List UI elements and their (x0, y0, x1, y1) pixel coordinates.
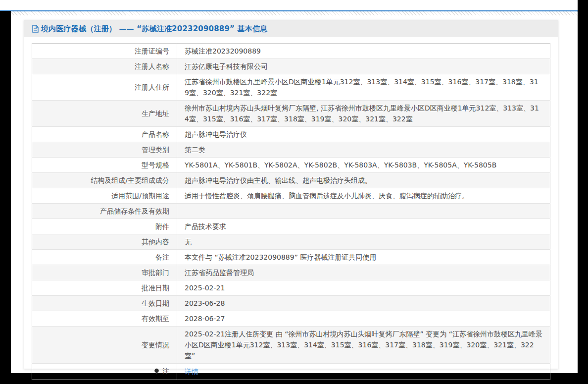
row-label: 产品名称 (142, 130, 169, 138)
page-title: 境内医疗器械（注册） —— “苏械注准20232090889” 基本信息 (41, 24, 267, 34)
row-value: 适用于慢性盆腔炎、颈肩腰腿痛、脑血管病后遗症及小儿肺炎、厌食、腹泻病症的辅助治疗… (185, 192, 469, 200)
row-value: 产品技术要求 (185, 222, 226, 230)
left-black-bar (0, 11, 11, 384)
row-label: 型号规格 (142, 161, 169, 169)
table-row: 批准日期 2025-02-21 (32, 280, 550, 296)
table-row: 附件 产品技术要求 (32, 219, 550, 234)
table-row: 型号规格 YK-5801A、YK-5801B、YK-5802A、YK-5802B… (32, 158, 550, 173)
row-value: 2023-06-28 (185, 299, 225, 307)
row-label: 管理类别 (142, 146, 169, 154)
row-label: 注册证编号 (135, 47, 169, 55)
row-value: 2028-06-27 (185, 315, 225, 323)
info-table-body: 注册证编号 苏械注准20232090889 注册人名称 江苏亿康电子科技有限公司… (32, 44, 550, 380)
table-row: 结构及组成/主要组成成分 超声脉冲电导治疗仪由主机、输出线、超声电极治疗头组成。 (32, 173, 550, 188)
bulb-icon (154, 367, 159, 378)
row-label: 其他内容 (142, 238, 169, 246)
row-value: 第二类 (185, 146, 205, 154)
table-row: 有效期至 2028-06-27 (32, 311, 550, 327)
table-row: 管理类别 第二类 (32, 142, 550, 158)
row-label: 结构及组成/主要组成成分 (91, 176, 169, 184)
row-value: 徐州市苏山村境内苏山头烟叶复烤厂东隔壁, 江苏省徐州市鼓楼区九里峰景小区D区商业… (185, 104, 539, 123)
row-label: 适用范围/预期用途 (111, 192, 169, 200)
row-value: YK-5801A、YK-5801B、YK-5802A、YK-5802B、YK-5… (185, 161, 496, 169)
row-value: 苏械注准20232090889 (185, 47, 261, 55)
row-label: 备注 (155, 253, 169, 261)
row-label: 注册人住所 (135, 83, 169, 91)
row-value: 江苏省徐州市鼓楼区九里峰景小区D区商业楼1单元312室、313室、314室、31… (185, 78, 539, 97)
row-label: 审批部门 (142, 269, 169, 276)
table-row: 审批部门 江苏省药品监督管理局 (32, 265, 550, 280)
table-row: 注册人名称 江苏亿康电子科技有限公司 (32, 59, 550, 74)
row-label: 注 (162, 367, 169, 375)
page-title-bar: 境内医疗器械（注册） —— “苏械注准20232090889” 基本信息 (24, 20, 558, 37)
table-row: 其他内容 无 (32, 234, 550, 250)
row-value: 江苏省药品监督管理局 (185, 269, 254, 276)
row-label: 注册人名称 (135, 62, 169, 70)
row-value: 无 (185, 238, 192, 246)
document-icon (32, 25, 39, 33)
table-row: 注册人住所 江苏省徐州市鼓楼区九里峰景小区D区商业楼1单元312室、313室、3… (32, 74, 550, 101)
table-row: 注册证编号 苏械注准20232090889 (32, 44, 550, 59)
row-value: 本文件与 “苏械注准20232090889” 医疗器械注册证共同使用 (185, 253, 376, 261)
stripe-pattern-band (11, 11, 578, 15)
row-label: 附件 (155, 222, 169, 230)
table-row: 变更情况 2025-02-21注册人住所变更 由 “徐州市苏山村境内苏山头烟叶复… (32, 327, 550, 364)
right-black-bar (578, 0, 588, 384)
row-label: 产品储存条件及有效期 (100, 207, 169, 215)
table-row: 生效日期 2023-06-28 (32, 296, 550, 311)
detail-link[interactable]: 详情 (185, 368, 198, 376)
table-row: 注 详情 (32, 364, 550, 380)
row-value: 2025-02-21注册人住所变更 由 “徐州市苏山村境内苏山头烟叶复烤厂东隔壁… (185, 330, 542, 360)
row-label: 有效期至 (142, 315, 169, 323)
table-row: 生产地址 徐州市苏山村境内苏山头烟叶复烤厂东隔壁, 江苏省徐州市鼓楼区九里峰景小… (32, 101, 550, 127)
table-row: 产品储存条件及有效期 (32, 204, 550, 219)
row-label: 生效日期 (142, 299, 169, 307)
table-row: 产品名称 超声脉冲电导治疗仪 (32, 127, 550, 142)
row-value: 超声脉冲电导治疗仪由主机、输出线、超声电极治疗头组成。 (185, 176, 372, 184)
row-value: 超声脉冲电导治疗仪 (185, 130, 247, 138)
table-row: 适用范围/预期用途 适用于慢性盆腔炎、颈肩腰腿痛、脑血管病后遗症及小儿肺炎、厌食… (32, 188, 550, 204)
row-value: 2025-02-21 (185, 284, 225, 292)
row-label: 生产地址 (142, 110, 169, 117)
row-value: 江苏亿康电子科技有限公司 (185, 62, 268, 70)
info-table: 注册证编号 苏械注准20232090889 注册人名称 江苏亿康电子科技有限公司… (32, 43, 550, 380)
row-label: 变更情况 (142, 341, 169, 349)
content-panel: 境内医疗器械（注册） —— “苏械注准20232090889” 基本信息 注册证… (24, 20, 558, 369)
table-row: 备注 本文件与 “苏械注准20232090889” 医疗器械注册证共同使用 (32, 250, 550, 265)
row-label: 批准日期 (142, 284, 169, 292)
